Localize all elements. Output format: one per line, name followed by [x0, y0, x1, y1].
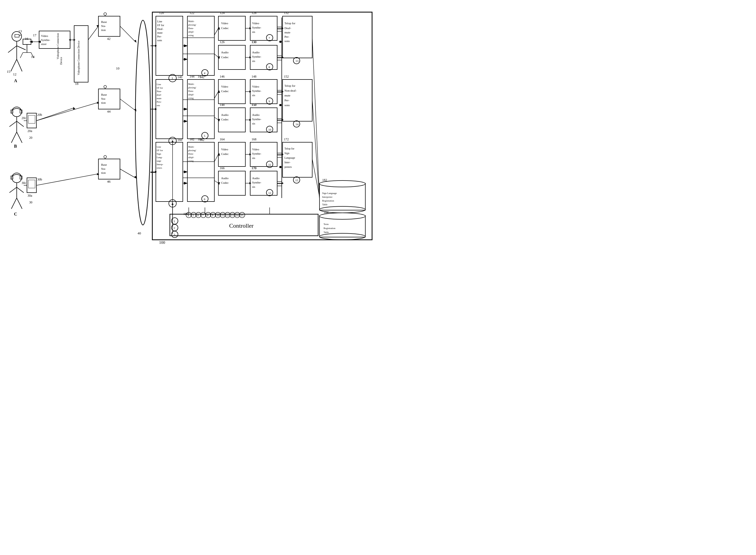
- label-16: 16: [25, 37, 29, 41]
- label-132: 132: [284, 11, 289, 15]
- ctrl-top-6: 6: [197, 214, 199, 217]
- line-if-deaf-label2: I/F for: [157, 24, 164, 27]
- label-46: 46: [107, 179, 111, 183]
- telop-deaf-label2: Deaf-: [284, 27, 291, 30]
- line-if-deaf-label5: Per-: [157, 35, 161, 38]
- ctrl-circle-1: 1: [174, 220, 175, 223]
- mux-1-label5: exing: [188, 34, 194, 37]
- video-synthesis-164-label3: sis: [252, 156, 255, 160]
- label-B: B: [14, 144, 17, 148]
- label-144: 146: [220, 75, 225, 78]
- label-C: C: [14, 212, 17, 216]
- mux-1-label3: Dem-: [188, 27, 194, 30]
- mux-2-label1: Multi-: [188, 83, 194, 85]
- base-station-46-label3: tion: [101, 171, 106, 174]
- telop-nondeaf-label5: sons: [284, 103, 290, 107]
- label-100: 100: [159, 240, 165, 245]
- label-130b: 130: [251, 40, 256, 44]
- mux-3-label1: Multi-: [188, 145, 194, 148]
- label-13: 13: [18, 29, 22, 33]
- circle-6: 6: [204, 198, 205, 201]
- label-30: 30: [29, 201, 32, 204]
- audio-codec-146-label2: Codec: [221, 118, 229, 121]
- line-if-nondeaf-label5: mute: [157, 97, 161, 100]
- video-synthesis-164-label1: Video: [252, 147, 260, 151]
- video-synthesis-128-label1: Video: [252, 22, 260, 25]
- ctrl-top-11: 11: [221, 214, 224, 217]
- base-station-44-label1: Base: [101, 93, 107, 96]
- ctrl-circle-2: 2: [174, 226, 175, 229]
- audio-codec-146-label1: Audio: [221, 113, 229, 116]
- line-if-deaf-label3: Deaf-: [157, 28, 163, 31]
- ctrl-top-10: 10: [216, 214, 219, 217]
- telop-sign-label4: Inter-: [284, 161, 290, 164]
- video-codec-144-label1: Video: [221, 85, 228, 88]
- mux-2-label3: Dem-: [188, 90, 194, 92]
- circle-11: 11: [268, 163, 271, 166]
- term-reg-table-label1: Term: [323, 223, 329, 225]
- audio-synthesis-170-label1: Audio: [252, 176, 260, 180]
- ctrl-top-13: 13: [231, 214, 234, 217]
- label-30c: 30c: [22, 181, 26, 185]
- label-14: 14: [31, 55, 35, 59]
- label-142b: 144: [190, 75, 194, 78]
- videophone-label2: Device: [59, 57, 63, 65]
- audio-synthesis-150-label1: Audio: [252, 113, 260, 116]
- label-20a: 20a: [28, 129, 32, 133]
- line-if-nondeaf-label2: I/F for: [157, 86, 163, 89]
- label-10: 10: [116, 66, 119, 70]
- video-synthesizer-label: Video: [41, 34, 48, 37]
- mux-1-label2: plexing/: [188, 24, 196, 26]
- circle-5: 5: [204, 134, 205, 137]
- telop-deaf-label1: Telop for: [284, 22, 295, 25]
- base-station-42-label1: Base: [101, 20, 107, 24]
- label-160: 160: [177, 138, 182, 142]
- ctrl-circle-3: 3: [174, 233, 175, 236]
- label-128: 128: [251, 11, 256, 15]
- sign-reg-table-label2: Interpreter: [322, 196, 332, 198]
- audio-synthesis-170-label3: sis: [252, 185, 255, 188]
- mux-3-label3: Dem-: [188, 153, 194, 155]
- audio-synthesis-130-label1: Audio: [252, 51, 260, 54]
- ctrl-top-7: 7: [202, 214, 204, 217]
- line-if-sign-label5: uage: [157, 160, 161, 162]
- label-126: 126: [220, 40, 225, 44]
- telop-sign-label1: Telop for: [284, 147, 294, 150]
- line-if-sign-label4: Lang-: [157, 156, 163, 159]
- mux-2-label2: plexing/: [188, 86, 196, 89]
- telop-nondeaf-label2: Non-deaf-: [284, 89, 297, 92]
- label-146: 148: [220, 103, 225, 107]
- mux-2-label5: exing: [188, 97, 194, 99]
- video-synthesis-164-label2: Synthe-: [252, 152, 262, 155]
- label-140: 140: [177, 75, 182, 79]
- ctrl-top-8: 8: [207, 214, 208, 217]
- label-150b: 150: [251, 103, 256, 107]
- audio-synthesis-170-label2: Synthe-: [252, 181, 262, 184]
- base-station-42-label2: Sta-: [101, 24, 106, 28]
- line-if-nondeaf-label7: ons: [157, 104, 160, 107]
- label-160: 160: [198, 137, 202, 141]
- mux-1-label1: Multi-: [188, 20, 194, 23]
- circle-8: 8: [269, 66, 270, 69]
- line-if-deaf-label6: sons: [157, 39, 162, 42]
- line-if-sign-label3: Sign: [157, 153, 161, 155]
- video-synthesis-148-label2: Synthe-: [252, 89, 262, 92]
- base-station-46-label1: Base: [101, 163, 107, 166]
- label-17: 17: [33, 33, 37, 37]
- svg-point-181: [279, 104, 281, 106]
- label-40: 40: [137, 231, 141, 235]
- telop-sign-label3: Language: [284, 156, 295, 159]
- label-15: 15: [7, 70, 10, 74]
- label-42: 42: [107, 37, 111, 41]
- telop-nondeaf-label3: mute: [284, 94, 290, 97]
- label-182: 182: [322, 178, 327, 182]
- mux-3-label2: plexing/: [188, 149, 196, 152]
- audio-codec-126-label2: Codec: [221, 55, 229, 59]
- video-synthesis-128-label3: sis: [252, 30, 255, 33]
- line-if-nondeaf-label6: Pers-: [157, 100, 162, 103]
- video-synthesis-148-label1: Video: [252, 85, 260, 88]
- video-codec-124-label1: Video: [221, 22, 228, 25]
- base-station-46-label2: Sta-: [101, 167, 106, 170]
- mux-2-label4: ultipl-: [188, 93, 194, 96]
- svg-point-182: [279, 166, 281, 168]
